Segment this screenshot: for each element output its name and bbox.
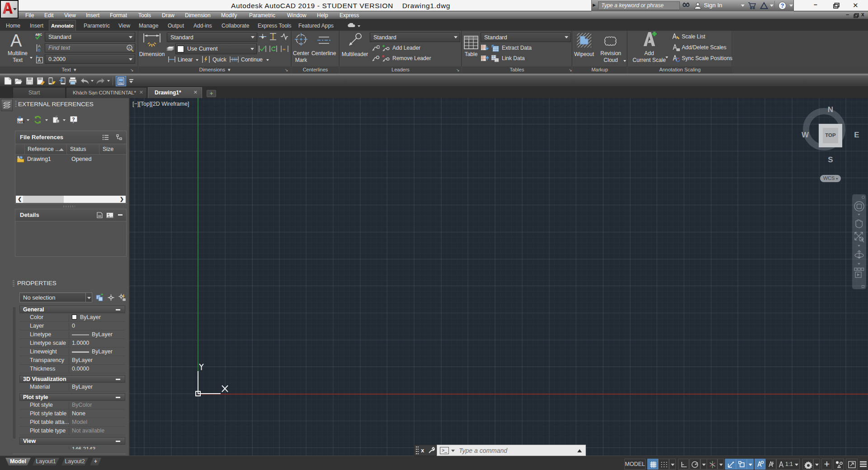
svg-text:A: A (128, 46, 131, 50)
svg-text:?: ? (781, 3, 784, 9)
svg-text:?: ? (72, 117, 75, 122)
svg-text:DWG: DWG (18, 120, 24, 123)
svg-text:A: A (38, 58, 41, 63)
svg-text:ABC: ABC (35, 33, 42, 36)
svg-text:B: B (38, 48, 41, 52)
